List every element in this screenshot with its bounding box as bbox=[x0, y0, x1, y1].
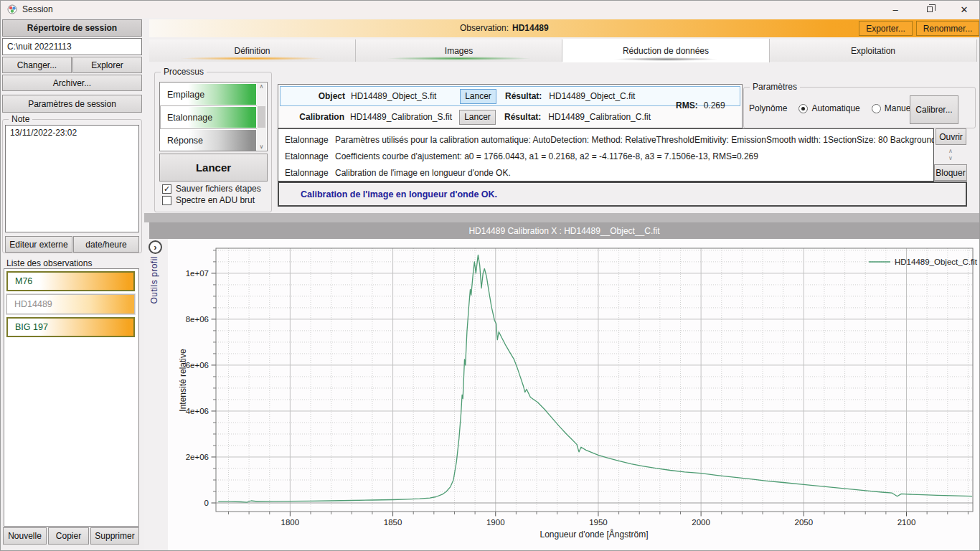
log-line-2: Etalonnage Coefficients courbe d'ajustem… bbox=[278, 148, 933, 164]
observation-item-m76[interactable]: M76 bbox=[6, 271, 135, 291]
tab-reduction-label: Réduction de données bbox=[623, 46, 709, 56]
y-tick-label: 8e+06 bbox=[186, 315, 209, 324]
app-icon bbox=[6, 4, 18, 15]
external-editor-button[interactable]: Editeur externe bbox=[5, 236, 72, 253]
object-file: HD14489_Object_S.fit bbox=[351, 91, 460, 101]
minimize-button[interactable]: – bbox=[880, 1, 911, 18]
y-tick-label: 0 bbox=[204, 499, 209, 507]
observation-label: Observation: bbox=[460, 23, 509, 33]
x-tick-label: 1800 bbox=[281, 518, 300, 527]
calibration-label: Calibration bbox=[280, 112, 350, 122]
log-text-3: Calibration de l'image en longueur d'ond… bbox=[335, 168, 511, 178]
automatic-radio[interactable] bbox=[798, 104, 808, 113]
observation-item-big197[interactable]: BIG 197 bbox=[6, 317, 135, 337]
calibration-file: HD14489_Calibration_S.fit bbox=[350, 112, 459, 122]
expand-tools-button[interactable]: › bbox=[149, 240, 162, 254]
log-line-3: Etalonnage Calibration de l'image en lon… bbox=[278, 164, 933, 181]
rms-readout: RMS:0.269 bbox=[676, 100, 725, 110]
tab-images[interactable]: Images bbox=[356, 39, 562, 62]
x-axis-title: Longueur d'onde [Ångström] bbox=[540, 529, 648, 540]
observation-header-band bbox=[149, 19, 979, 37]
tab-exploitation-label: Exploitation bbox=[851, 46, 895, 56]
manual-radio[interactable] bbox=[872, 104, 881, 113]
rename-button[interactable]: Renommer... bbox=[916, 21, 979, 36]
session-path-input[interactable]: C:\nuit 20221113 bbox=[2, 38, 142, 55]
tab-images-accent bbox=[387, 57, 531, 60]
copy-observation-button[interactable]: Copier bbox=[48, 527, 89, 545]
scroll-down-icon[interactable]: ∨ bbox=[948, 155, 953, 162]
polynome-label: Polynôme bbox=[749, 103, 787, 113]
open-button[interactable]: Ouvrir bbox=[936, 128, 966, 145]
scroll-down-icon[interactable]: ∨ bbox=[260, 143, 264, 150]
window-title: Session bbox=[22, 4, 53, 14]
archive-button[interactable]: Archiver... bbox=[2, 75, 142, 91]
scroll-up-icon[interactable]: ∧ bbox=[260, 83, 264, 90]
polynome-row: Polynôme Automatique Manuel bbox=[749, 103, 913, 113]
calibration-launch-button[interactable]: Lancer bbox=[459, 110, 496, 125]
scroll-up-icon[interactable]: ∧ bbox=[948, 148, 953, 155]
log-tag-2: Etalonnage bbox=[285, 151, 329, 161]
processus-list: Empilage Etalonnage Réponse ∧ ∨ bbox=[159, 82, 268, 151]
explore-button[interactable]: Explorer bbox=[72, 57, 142, 73]
export-button[interactable]: Exporter... bbox=[859, 21, 913, 36]
y-tick-label: 6e+06 bbox=[186, 361, 209, 369]
launch-process-button[interactable]: Lancer bbox=[159, 154, 268, 182]
pipeline-box: Object HD14489_Object_S.fit Lancer Résul… bbox=[278, 84, 743, 128]
log-scrollbar[interactable]: ∧ ∨ bbox=[942, 146, 959, 164]
datetime-button[interactable]: date/heure bbox=[73, 236, 139, 253]
log-text-2: Coefficients courbe d'ajustement: a0 = 1… bbox=[335, 151, 758, 161]
calibrate-button[interactable]: Calibrer... bbox=[910, 95, 958, 124]
splitter-handle[interactable] bbox=[144, 213, 980, 222]
tab-reduction[interactable]: Réduction de données bbox=[562, 39, 770, 62]
log-line-1: Etalonnage Paramètres utilisés pour la c… bbox=[278, 131, 933, 148]
minimize-icon: – bbox=[892, 4, 897, 15]
x-tick-label: 1950 bbox=[589, 518, 608, 527]
y-tick-label: 4e+06 bbox=[186, 407, 209, 415]
tab-exploitation[interactable]: Exploitation bbox=[770, 39, 977, 62]
observation-value: HD14489 bbox=[512, 23, 549, 33]
close-button[interactable]: ✕ bbox=[948, 1, 980, 18]
spectrum-curve bbox=[218, 255, 972, 502]
adu-checkbox[interactable] bbox=[162, 196, 171, 205]
save-steps-checkbox[interactable]: ✓ bbox=[162, 184, 171, 194]
tab-images-label: Images bbox=[445, 46, 473, 56]
tab-definition[interactable]: Définition bbox=[149, 39, 356, 62]
x-tick-label: 2100 bbox=[897, 518, 916, 527]
x-tick-label: 1850 bbox=[384, 518, 402, 527]
object-label: Object bbox=[281, 91, 351, 101]
observation-item-hd14489[interactable]: HD14489 bbox=[6, 294, 135, 314]
plot-frame bbox=[216, 248, 973, 512]
adu-label: Spectre en ADU brut bbox=[176, 195, 255, 205]
processus-label: Processus bbox=[161, 67, 207, 77]
chart-title-bar: HD14489 Calibration X : HD14489__Object_… bbox=[149, 222, 979, 239]
parametres-label: Paramètres bbox=[750, 82, 800, 92]
chevron-right-icon: › bbox=[154, 242, 156, 253]
app-window: Session – ✕ Répertoire de session C:\nui… bbox=[0, 0, 980, 551]
object-row[interactable]: Object HD14489_Object_S.fit Lancer Résul… bbox=[280, 86, 740, 106]
calibration-row[interactable]: Calibration HD14489_Calibration_S.fit La… bbox=[280, 107, 740, 127]
process-item-etalonnage[interactable]: Etalonnage bbox=[161, 107, 256, 128]
scrollbar-thumb[interactable] bbox=[258, 106, 265, 128]
object-result-label: Résultat: bbox=[505, 91, 542, 101]
object-launch-button[interactable]: Lancer bbox=[460, 89, 496, 104]
process-item-reponse[interactable]: Réponse bbox=[161, 130, 256, 151]
adu-checkbox-row: Spectre en ADU brut bbox=[162, 195, 255, 205]
process-item-empilage[interactable]: Empilage bbox=[161, 84, 256, 105]
manual-radio-label: Manuel bbox=[885, 103, 913, 113]
session-params-button[interactable]: Paramètres de session bbox=[2, 95, 142, 113]
note-textarea[interactable]: 13/11/2022-23:02 bbox=[5, 125, 139, 232]
legend-label: HD14489_Object_C.fit bbox=[895, 258, 978, 266]
lock-button[interactable]: Bloquer bbox=[934, 164, 967, 181]
processus-scrollbar[interactable]: ∧ ∨ bbox=[257, 83, 266, 150]
calibration-result-label: Résultat: bbox=[504, 112, 541, 122]
close-icon: ✕ bbox=[961, 4, 969, 15]
automatic-radio-label: Automatique bbox=[811, 103, 859, 113]
delete-observation-button[interactable]: Supprimer bbox=[90, 527, 139, 545]
new-observation-button[interactable]: Nouvelle bbox=[3, 527, 47, 545]
maximize-button[interactable] bbox=[914, 1, 946, 18]
y-axis-title: Intensité relative bbox=[178, 349, 188, 412]
spectrum-plot[interactable]: 180018501900195020002050210002e+064e+066… bbox=[168, 239, 980, 551]
observations-list-label: Liste des observations bbox=[6, 258, 92, 268]
change-directory-button[interactable]: Changer... bbox=[2, 57, 72, 73]
profile-tools-label: Outils profil bbox=[149, 256, 159, 304]
